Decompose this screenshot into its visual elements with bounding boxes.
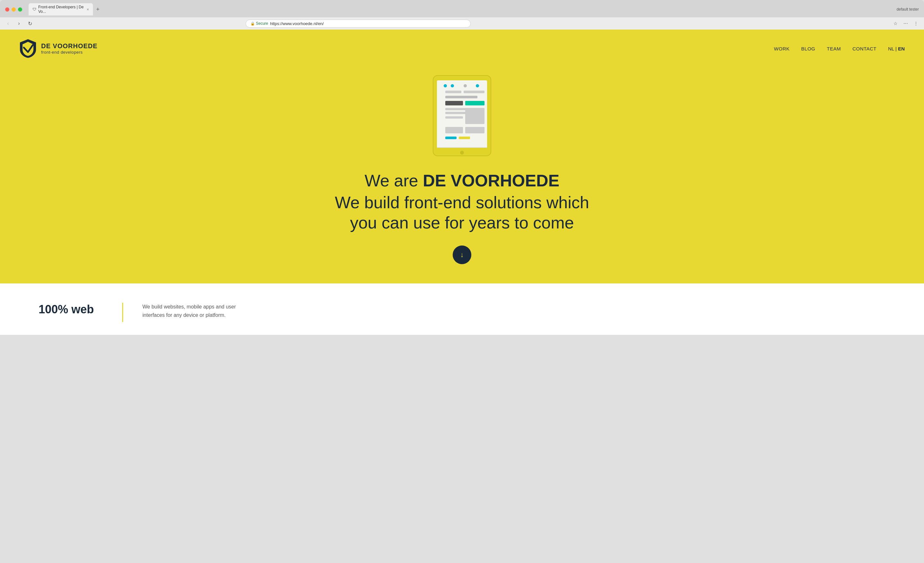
secure-badge: 🔒 Secure [250,21,268,26]
svg-rect-13 [465,108,484,124]
main-navigation: WORK BLOG TEAM CONTACT NL | EN [774,46,905,51]
reload-button[interactable]: ↻ [26,19,34,28]
svg-rect-17 [445,136,456,139]
logo-area: DE VOORHOEDE front-end developers [19,39,98,58]
hero-line1: We are DE VOORHOEDE [334,172,589,190]
hero-brand-name: DE VOORHOEDE [423,171,560,190]
tablet-illustration [430,74,494,159]
svg-rect-12 [445,112,468,114]
svg-point-3 [451,84,454,87]
svg-point-20 [460,151,464,154]
menu-dots-button[interactable]: ⋯ [902,19,910,28]
secure-label: Secure [256,21,268,26]
nav-blog[interactable]: BLOG [801,46,815,51]
website-content: DE VOORHOEDE front-end developers WORK B… [0,30,924,335]
browser-user-label: default tester [897,7,919,12]
traffic-lights [5,7,22,12]
arrow-down-icon: ↓ [460,251,464,259]
site-header: DE VOORHOEDE front-end developers WORK B… [0,30,924,67]
address-bar[interactable]: 🔒 Secure https://www.voorhoede.nl/en/ [246,19,471,28]
tab-bar: 🛡 Front-end Developers | De Vo... ✕ + [28,3,893,15]
forward-button[interactable]: › [15,19,23,28]
svg-point-4 [464,84,467,87]
svg-rect-15 [445,127,463,133]
svg-rect-14 [445,116,463,118]
desc-line2: interfaces for any device or platform. [142,312,226,318]
more-options-button[interactable]: ⋮ [912,19,920,28]
svg-rect-7 [464,91,484,93]
toolbar-right: ☆ ⋯ ⋮ [891,19,920,28]
nav-team[interactable]: TEAM [827,46,841,51]
desc-line1: We build websites, mobile apps and user [142,304,236,310]
svg-rect-19 [437,147,487,148]
hero-line2-text: We build front-end solutions which [334,193,589,212]
svg-point-5 [476,84,479,87]
svg-rect-6 [445,91,461,93]
stat-container: 100% web [39,303,103,316]
lang-separator: | [896,46,898,51]
logo-icon [19,39,37,58]
lock-icon: 🔒 [250,21,255,26]
below-fold-section: 100% web We build websites, mobile apps … [0,283,924,335]
scroll-down-button[interactable]: ↓ [453,246,471,264]
new-tab-button[interactable]: + [94,6,102,13]
svg-rect-9 [445,101,463,105]
hero-line3-text: you can use for years to come [350,213,574,232]
tab-favicon: 🛡 [33,7,36,12]
browser-toolbar: ‹ › ↻ 🔒 Secure https://www.voorhoede.nl/… [0,17,924,30]
logo-text-area: DE VOORHOEDE front-end developers [41,42,98,55]
svg-rect-8 [445,96,477,98]
minimize-button[interactable] [12,7,16,12]
section-divider [122,303,123,322]
active-tab[interactable]: 🛡 Front-end Developers | De Vo... ✕ [28,3,93,15]
svg-point-2 [444,84,447,87]
maximize-button[interactable] [18,7,22,12]
browser-window: 🛡 Front-end Developers | De Vo... ✕ + de… [0,0,924,335]
tab-title: Front-end Developers | De Vo... [38,5,84,14]
nav-work[interactable]: WORK [774,46,790,51]
hero-line2: We build front-end solutions which you c… [334,193,589,233]
hero-plain-text: We are [364,171,423,190]
back-button[interactable]: ‹ [4,19,12,28]
svg-rect-10 [465,101,484,105]
svg-rect-18 [459,136,470,139]
logo-name: DE VOORHOEDE [41,42,98,50]
hero-section: We are DE VOORHOEDE We build front-end s… [0,67,924,283]
tablet-svg [430,74,494,157]
lang-nl[interactable]: NL [888,46,894,51]
browser-titlebar: 🛡 Front-end Developers | De Vo... ✕ + de… [0,0,924,17]
language-switcher: NL | EN [888,46,905,51]
svg-rect-16 [465,127,484,133]
stat-label: 100% web [39,303,94,316]
lang-en[interactable]: EN [898,46,905,51]
url-text: https://www.voorhoede.nl/en/ [270,21,324,26]
nav-contact[interactable]: CONTACT [852,46,876,51]
section-description: We build websites, mobile apps and user … [142,303,236,319]
hero-text: We are DE VOORHOEDE We build front-end s… [334,172,589,233]
close-button[interactable] [5,7,9,12]
tab-close-button[interactable]: ✕ [87,8,89,11]
logo-subtitle: front-end developers [41,50,98,55]
bookmark-button[interactable]: ☆ [891,19,900,28]
